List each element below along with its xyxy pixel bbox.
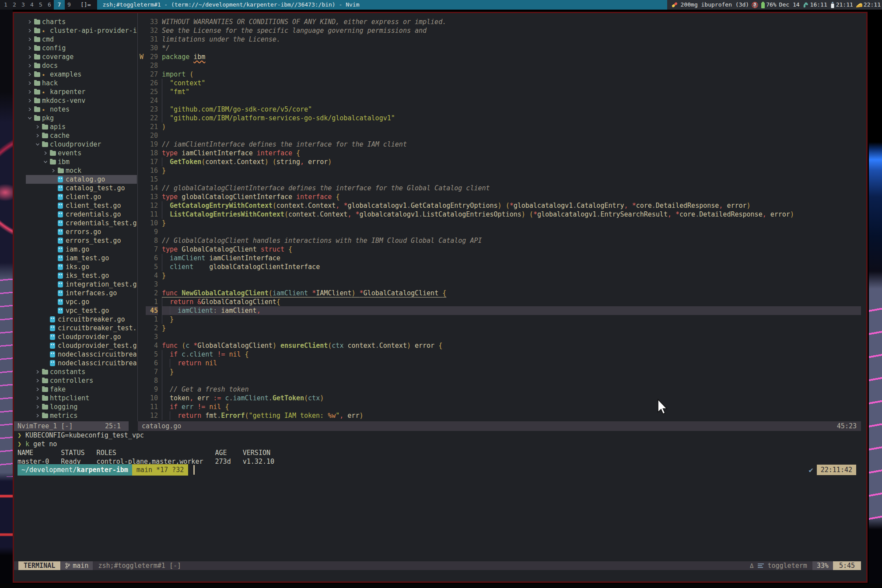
- code-line[interactable]: 8// GlobalCatalogClient handles interact…: [139, 236, 861, 245]
- workspace-3[interactable]: 3: [19, 0, 28, 10]
- tree-item-apis[interactable]: apis: [14, 122, 137, 131]
- tree-item-credentials-test-g[interactable]: credentials_test.g: [14, 219, 137, 228]
- tree-expander[interactable]: [43, 160, 50, 164]
- tree-item-vpc-test-go[interactable]: vpc_test.go: [14, 306, 137, 315]
- tree-expander[interactable]: [35, 396, 42, 400]
- code-line[interactable]: 22"github.com/IBM/platform-services-go-s…: [139, 114, 861, 122]
- tree-item-docs[interactable]: docs: [14, 61, 137, 70]
- terminal-output[interactable]: ❯ KUBECONFIG=kubeconfig_test_vpc❯ k get …: [18, 431, 274, 466]
- code-line[interactable]: 7type GlobalCatalogClient struct {: [139, 245, 861, 254]
- code-line[interactable]: 26"context": [139, 79, 861, 88]
- code-editor[interactable]: 33WITHOUT WARRANTIES OR CONDITIONS OF AN…: [139, 18, 861, 420]
- tree-expander[interactable]: [35, 125, 42, 129]
- workspace-5[interactable]: 5: [36, 0, 45, 10]
- tree-item-notes[interactable]: ★notes: [14, 105, 137, 114]
- code-line[interactable]: 25"fmt": [139, 88, 861, 96]
- tree-expander[interactable]: [35, 142, 42, 147]
- code-line[interactable]: 11ListCatalogEntriesWithContext(context.…: [139, 210, 861, 219]
- tree-item-errors-go[interactable]: errors.go: [14, 228, 137, 236]
- tree-item-iam-test-go[interactable]: iam_test.go: [14, 254, 137, 262]
- tree-item-iam-go[interactable]: iam.go: [14, 245, 137, 254]
- tree-item-circuitbreaker-test-[interactable]: circuitbreaker_test.: [14, 324, 137, 332]
- tree-item-mock[interactable]: mock: [14, 166, 137, 175]
- code-line[interactable]: 3: [139, 332, 861, 341]
- tree-item-constants[interactable]: constants: [14, 368, 137, 376]
- tree-item-events[interactable]: events: [14, 149, 137, 158]
- tree-item-ibm[interactable]: ibm: [14, 158, 137, 166]
- tree-item-nodeclasscircuitbrea[interactable]: nodeclasscircuitbrea: [14, 359, 137, 368]
- tree-item-credentials-go[interactable]: credentials.go: [14, 210, 137, 219]
- tree-expander[interactable]: [35, 405, 42, 409]
- workspace-2[interactable]: 2: [10, 0, 19, 10]
- tree-expander[interactable]: [35, 387, 42, 392]
- code-line[interactable]: 1return &GlobalCatalogClient{: [139, 298, 861, 306]
- code-line[interactable]: 27import (: [139, 70, 861, 79]
- tree-item-cloudprovider[interactable]: cloudprovider: [14, 140, 137, 149]
- code-line[interactable]: 15: [139, 175, 861, 184]
- code-line[interactable]: 19// iamClientInterface defines the inte…: [139, 140, 861, 149]
- tree-item-cloudprovider-go[interactable]: cloudprovider.go: [14, 332, 137, 341]
- workspace-7[interactable]: 7: [54, 0, 65, 10]
- code-line[interactable]: 10token, err := c.iamClient.GetToken(ctx…: [139, 394, 861, 402]
- code-line[interactable]: W29package ibm: [139, 52, 861, 61]
- tree-expander[interactable]: [28, 90, 34, 94]
- workspace-1[interactable]: 1: [1, 0, 10, 10]
- code-line[interactable]: 4func (c *GlobalCatalogClient) ensureCli…: [139, 341, 861, 350]
- tree-item-config[interactable]: config: [14, 44, 137, 52]
- tree-item-circuitbreaker-go[interactable]: circuitbreaker.go: [14, 315, 137, 324]
- tree-item-client-test-go[interactable]: client_test.go: [14, 201, 137, 210]
- tree-item-cmd[interactable]: cmd: [14, 35, 137, 44]
- tree-item-cloudprovider-test-g[interactable]: cloudprovider_test.g: [14, 341, 137, 350]
- tree-item-examples[interactable]: ★examples: [14, 70, 137, 79]
- tree-expander[interactable]: [28, 116, 34, 120]
- tree-item-fake[interactable]: fake: [14, 385, 137, 394]
- tree-expander[interactable]: [35, 370, 42, 374]
- code-line[interactable]: 8: [139, 376, 861, 385]
- tree-expander[interactable]: [35, 413, 42, 418]
- tree-expander[interactable]: [28, 72, 34, 77]
- tree-expander[interactable]: [35, 378, 42, 383]
- tree-expander[interactable]: [28, 37, 34, 42]
- workspace-6[interactable]: 6: [45, 0, 54, 10]
- tree-item-karpenter[interactable]: ★karpenter: [14, 88, 137, 96]
- code-line[interactable]: 7}: [139, 368, 861, 376]
- tree-item-errors-test-go[interactable]: errors_test.go: [14, 236, 137, 245]
- code-line[interactable]: 5if c.client != nil {: [139, 350, 861, 359]
- code-line[interactable]: 20: [139, 131, 861, 140]
- workspace-9[interactable]: 9: [65, 0, 74, 10]
- code-line[interactable]: 4}: [139, 271, 861, 280]
- code-line[interactable]: 2}: [139, 324, 861, 332]
- code-line[interactable]: 28: [139, 61, 861, 70]
- tree-item-client-go[interactable]: client.go: [14, 192, 137, 201]
- tree-expander[interactable]: [28, 81, 34, 85]
- code-line[interactable]: 9: [139, 228, 861, 236]
- tree-item-catalog-go[interactable]: catalog.go: [14, 175, 137, 184]
- code-line[interactable]: 9// Get a fresh token: [139, 385, 861, 394]
- code-line[interactable]: 16}: [139, 166, 861, 175]
- tree-item-httpclient[interactable]: httpclient: [14, 394, 137, 402]
- tree-expander[interactable]: [28, 63, 34, 68]
- tree-item-cluster-api-provider-i[interactable]: ★cluster-api-provider-i: [14, 26, 137, 35]
- code-line[interactable]: 18type iamClientInterface interface {: [139, 149, 861, 158]
- tree-expander[interactable]: [28, 107, 34, 112]
- code-line[interactable]: 2func NewGlobalCatalogClient(iamClient *…: [139, 289, 861, 298]
- tree-item-mkdocs-venv[interactable]: mkdocs-venv: [14, 96, 137, 105]
- code-line[interactable]: 6return nil: [139, 359, 861, 368]
- code-line[interactable]: 3: [139, 280, 861, 289]
- tree-expander[interactable]: [28, 20, 34, 24]
- tree-expander[interactable]: [43, 151, 50, 155]
- tree-expander[interactable]: [35, 133, 42, 138]
- tree-expander[interactable]: [28, 98, 34, 103]
- code-line[interactable]: 12GetCatalogEntryWithContext(context.Con…: [139, 201, 861, 210]
- code-line[interactable]: 21): [139, 122, 861, 131]
- tree-item-iks-test-go[interactable]: iks_test.go: [14, 271, 137, 280]
- tree-item-nodeclasscircuitbrea[interactable]: nodeclasscircuitbrea: [14, 350, 137, 359]
- tree-item-pkg[interactable]: pkg: [14, 114, 137, 122]
- tree-item-vpc-go[interactable]: vpc.go: [14, 298, 137, 306]
- tree-expander[interactable]: [51, 168, 58, 173]
- code-line[interactable]: 5client globalCatalogClientInterface: [139, 262, 861, 271]
- code-line[interactable]: 17GetToken(context.Context) (string, err…: [139, 158, 861, 166]
- tree-item-catalog-test-go[interactable]: catalog_test.go: [14, 184, 137, 192]
- tree-item-hack[interactable]: hack: [14, 79, 137, 88]
- tree-item-controllers[interactable]: controllers: [14, 376, 137, 385]
